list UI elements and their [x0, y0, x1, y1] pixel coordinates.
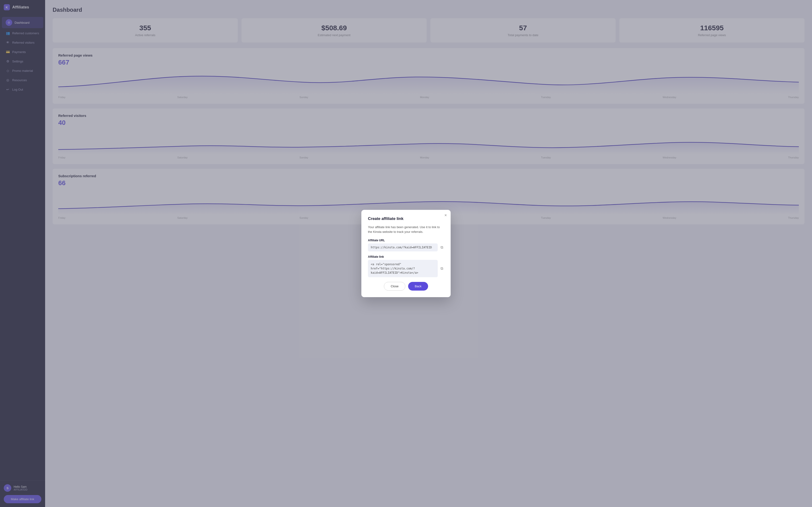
- modal-overlay: × Create affiliate link Your affiliate l…: [0, 0, 812, 507]
- affiliate-url-row: ⧉: [368, 243, 444, 251]
- modal: × Create affiliate link Your affiliate l…: [361, 210, 451, 297]
- affiliate-link-label: Affiliate link: [368, 255, 444, 259]
- modal-description: Your affiliate link has been generated. …: [368, 225, 444, 234]
- affiliate-link-textarea[interactable]: <a rel="sponsored" href="https://kinsta.…: [368, 260, 438, 277]
- affiliate-link-row: <a rel="sponsored" href="https://kinsta.…: [368, 260, 444, 277]
- modal-title: Create affiliate link: [368, 216, 444, 221]
- affiliate-url-input[interactable]: [368, 243, 438, 251]
- copy-url-button[interactable]: ⧉: [440, 244, 444, 250]
- close-button[interactable]: Close: [384, 282, 405, 291]
- modal-actions: Close Back: [368, 282, 444, 291]
- modal-close-x-button[interactable]: ×: [444, 213, 447, 217]
- affiliate-url-section: Affiliate URL ⧉: [368, 239, 444, 251]
- copy-link-button[interactable]: ⧉: [440, 266, 444, 272]
- affiliate-url-label: Affiliate URL: [368, 239, 444, 242]
- back-button[interactable]: Back: [408, 282, 428, 291]
- affiliate-link-section: Affiliate link <a rel="sponsored" href="…: [368, 255, 444, 277]
